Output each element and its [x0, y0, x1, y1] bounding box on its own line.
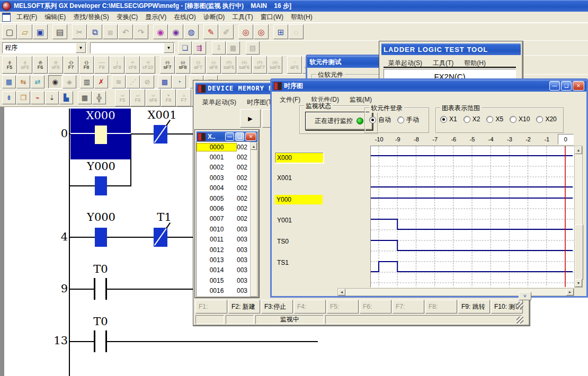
scroll-right-icon[interactable]: ► [566, 289, 574, 296]
ladder-key-F7-button[interactable]: ⊥F7 [176, 89, 191, 106]
device-list-row[interactable]: 0010003 [197, 224, 250, 234]
monitor-mode-button[interactable]: ◉ [48, 75, 62, 88]
monitor-grid-button[interactable]: ▦ [226, 41, 240, 55]
device-value-list[interactable]: 0000002000100200020020003002000400200050… [196, 141, 251, 297]
minimize-button[interactable]: — [549, 81, 560, 91]
find-instruction-button[interactable]: ◉ [168, 24, 183, 39]
ladder-key-F8-button[interactable]: ↳F8 [161, 89, 176, 106]
ladder-key-saF5-button[interactable]: -|⇑|-saF5 [221, 56, 236, 74]
print-button[interactable]: ▤ [52, 24, 67, 39]
scroll-left-icon[interactable]: ◄ [338, 289, 345, 296]
dropdown-arrow-icon[interactable]: ▼ [164, 43, 174, 53]
block-list-button[interactable]: ▙ [59, 91, 73, 104]
device-list-row[interactable]: 0015003 [197, 275, 250, 285]
online-change-button[interactable]: ⇟ [2, 91, 16, 104]
waveform-area[interactable] [370, 146, 574, 288]
save-project-button[interactable]: ▣ [33, 24, 48, 39]
run-button[interactable]: ► [240, 109, 261, 128]
ladder-key-F5-button[interactable]: -||-F5 [2, 56, 17, 74]
screen-transfer-button[interactable]: ⊞ [273, 24, 288, 39]
minimize-button[interactable]: — [225, 132, 234, 141]
insert-mode-button[interactable]: ⋰ [126, 75, 140, 88]
dropdown-arrow-icon[interactable]: ▼ [76, 43, 86, 53]
ladder-write-button[interactable]: ✎ [203, 24, 218, 39]
radio-X5[interactable]: X5 [486, 115, 503, 123]
waveform-vscrollbar[interactable]: ▲ ▼ [574, 146, 583, 288]
zoom-in-magnifier-button[interactable]: ◎ [254, 24, 269, 39]
data-name-combobox[interactable]: ▼ [90, 42, 175, 53]
fkey-button[interactable]: F7: [393, 300, 424, 314]
device-list-row[interactable]: 0000002 [197, 142, 250, 152]
mdi-child-icon[interactable] [2, 13, 11, 22]
find-device-button[interactable]: ◉ [153, 24, 168, 39]
trace-button[interactable]: ❒ [16, 91, 30, 104]
contact-nc-on[interactable] [154, 228, 167, 247]
selected-cell[interactable]: X000 [70, 109, 131, 159]
contact-nc-on[interactable] [154, 125, 167, 144]
device-list-titlebar[interactable]: X.. — ❑ ✕ [197, 131, 257, 142]
sfc-block-button[interactable]: ╬ [92, 91, 106, 104]
fkey-button[interactable]: F2: 新建 [228, 300, 260, 314]
timing-titlebar[interactable]: 时序图 — ❑ ✕ [272, 80, 586, 92]
ladder-key-aF5-button[interactable]: ↑aF5 [287, 56, 302, 74]
menu-item[interactable]: 查找/替换(S) [69, 12, 112, 23]
contact-no-on[interactable] [95, 228, 107, 247]
menu-item[interactable]: 变换(C) [113, 12, 142, 23]
buffer-memory-monitor-button[interactable]: ◔ [172, 75, 186, 88]
sfc-zoom-button[interactable]: ▦ [78, 91, 92, 104]
radio-自动[interactable]: 自动 [369, 115, 391, 124]
menu-item[interactable]: 窗口(W) [257, 12, 287, 23]
ladder-key-sF9-button[interactable]: |sF9 [110, 56, 124, 74]
ladder-key-F6-button[interactable]: -|/|-F6 [33, 56, 48, 74]
ladder-insert-button[interactable]: ✐ [219, 24, 234, 39]
ladder-key-saF7-button[interactable]: -|⇑|-saF7 [252, 56, 267, 74]
menu-item[interactable]: 编辑(E) [41, 12, 69, 23]
menu-item[interactable]: 文件(F) [276, 94, 304, 105]
ladder-key-F8-button[interactable]: -{ }-F8 [79, 56, 94, 74]
find-string-button[interactable]: ◍ [184, 24, 199, 39]
fkey-button[interactable]: F8: [425, 300, 457, 314]
list-scrollbar[interactable]: ▲ [250, 142, 257, 297]
device-list-row[interactable]: 0007002 [197, 214, 250, 224]
delete-mode-button[interactable]: ✗ [94, 75, 108, 88]
interlock-mode-button[interactable]: ⊘ [140, 75, 154, 88]
fkey-button[interactable]: F6: [360, 300, 391, 314]
ladder-key-aF8-button[interactable]: -|↓|-aF8 [206, 56, 221, 74]
ladder-key-sF7-button[interactable]: -|↑|-sF7 [160, 56, 175, 74]
comment-display-button[interactable]: ❏ [178, 41, 192, 55]
device-memory-button[interactable]: ▦ [2, 75, 16, 88]
device-monitor-button[interactable]: ⇶ [192, 41, 206, 55]
device-list-row[interactable]: 0002002 [197, 163, 250, 173]
resize-grip[interactable] [516, 302, 523, 309]
monitoring-button[interactable]: 正在进行监控 [305, 112, 373, 130]
cut-button[interactable]: ✂ [72, 24, 87, 39]
ladder-key-cF10-button[interactable]: ×|cF10 [140, 56, 155, 74]
zoom-out-magnifier-button[interactable]: ◎ [238, 24, 253, 39]
radio-X10[interactable]: X10 [510, 115, 530, 123]
step-run-button[interactable]: ⇣ [45, 91, 59, 104]
scroll-down-icon[interactable]: ▼ [575, 279, 582, 287]
ladder-key-aF7-button[interactable]: -|↑|-aF7 [191, 56, 206, 74]
device-list-row[interactable]: 0012003 [197, 245, 250, 255]
read-mode-button[interactable]: ▥ [80, 75, 94, 88]
menu-item[interactable]: 诊断(D) [200, 12, 229, 23]
signal-name-X000[interactable]: X000 [275, 153, 324, 163]
download-button[interactable]: ⇩ [212, 41, 226, 55]
maximize-button[interactable]: ❑ [561, 81, 572, 91]
program-check-button[interactable]: ◌ [289, 24, 304, 39]
radio-X20[interactable]: X20 [536, 115, 556, 123]
device-list-row[interactable]: 0013003 [197, 255, 250, 265]
scroll-up-icon[interactable]: ▲ [575, 146, 582, 154]
maximize-button[interactable]: ❑ [235, 132, 244, 141]
copy-button[interactable]: ⧉ [87, 24, 102, 39]
device-list-row[interactable]: 0004002 [197, 183, 250, 193]
undo-button[interactable]: ↶ [118, 24, 133, 39]
monitor-write-mode-button[interactable]: ◈ [63, 75, 76, 88]
device-list-row[interactable]: 0016003 [197, 285, 250, 296]
fkey-button[interactable]: F1: [195, 300, 227, 314]
signal-scroll-down-button[interactable]: ˅ [519, 292, 531, 300]
waveform-hscrollbar[interactable]: ◄ ► [337, 288, 574, 296]
ladder-key-cF9-button[interactable]: -×-cF9 [125, 56, 140, 74]
ladder-key-sF6-button[interactable]: ▭sF6 [146, 89, 161, 106]
close-button[interactable]: ✕ [245, 132, 256, 141]
